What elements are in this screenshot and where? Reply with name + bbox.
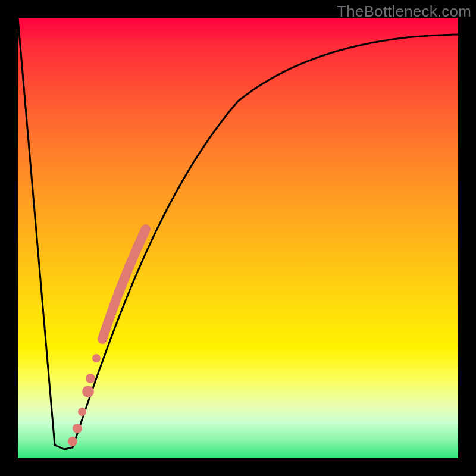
- chart-stage: TheBottleneck.com: [0, 0, 476, 476]
- highlight-band-main: [102, 229, 146, 339]
- bottleneck-curve: [18, 18, 458, 449]
- highlight-dot: [73, 424, 82, 433]
- highlight-dot: [78, 408, 86, 416]
- plot-area: [18, 18, 458, 458]
- curve-layer: [18, 18, 458, 458]
- highlight-dot: [92, 354, 101, 362]
- highlight-dot: [86, 374, 95, 383]
- watermark-label: TheBottleneck.com: [337, 2, 471, 21]
- highlight-dot: [68, 437, 77, 446]
- highlight-dot: [82, 386, 94, 397]
